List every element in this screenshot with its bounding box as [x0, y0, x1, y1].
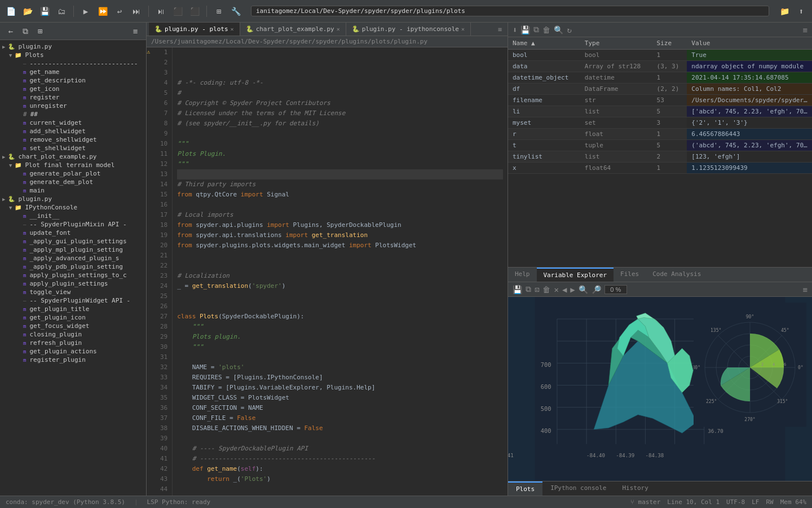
sidebar-item-29[interactable]: mtoggle_view — [0, 288, 146, 296]
sidebar-item-18[interactable]: ▶🐍plugin.py — [0, 195, 146, 203]
table-row[interactable]: df DataFrame (2, 2) Column names: Col1, … — [508, 84, 812, 95]
open-file-icon[interactable]: 📂 — [21, 5, 34, 17]
sidebar-item-19[interactable]: ▼📁IPythonConsole — [0, 203, 146, 212]
plot-tab-plots[interactable]: Plots — [508, 481, 542, 496]
tab-chart-plot[interactable]: 🐍 chart_plot_example.py ✕ — [240, 23, 346, 36]
tab-plugin-ipython[interactable]: 🐍 plugin.py - ipythonconsole ✕ — [346, 23, 471, 36]
sidebar-item-4[interactable]: mget_description — [0, 76, 146, 85]
sidebar-item-1[interactable]: ▼📁Plots — [0, 51, 146, 59]
var-search-icon[interactable]: 🔍 — [554, 25, 563, 34]
sidebar-item-7[interactable]: munregister — [0, 102, 146, 110]
var-delete-icon[interactable]: 🗑 — [542, 25, 550, 34]
run-line-icon[interactable]: ⏭ — [130, 5, 143, 17]
plot-tab-history[interactable]: History — [614, 481, 656, 496]
path-bar[interactable]: ianitagomez/Local/Dev-Spyder/spyder/spyd… — [251, 6, 769, 16]
var-menu-icon[interactable]: ≡ — [803, 25, 807, 34]
tab-variable-explorer[interactable]: Variable Explorer — [537, 268, 614, 282]
sidebar-item-32[interactable]: mget_plugin_icon — [0, 313, 146, 322]
sidebar-item-20[interactable]: m__init__ — [0, 212, 146, 220]
tab-code-analysis[interactable]: Code Analysis — [646, 268, 708, 282]
sidebar-item-27[interactable]: mapply_plugin_settings_to_c — [0, 271, 146, 279]
step-over-icon[interactable]: ⏯ — [155, 5, 167, 17]
sidebar-item-21[interactable]: —-- SpyderPluginMixin API - — [0, 220, 146, 229]
table-row[interactable]: r float 1 6.46567886443 — [508, 129, 812, 140]
tab-close-1[interactable]: ✕ — [337, 26, 340, 32]
code-editor[interactable]: # -*- coding: utf-8 -*-## Copyright © Sp… — [173, 47, 508, 496]
plot-next-icon[interactable]: ▶ — [570, 285, 575, 294]
plot-close-icon[interactable]: ✕ — [554, 285, 558, 294]
plot-zoom-in-icon[interactable]: 🔍 — [579, 285, 588, 294]
table-row[interactable]: t tuple 5 ('abcd', 745, 2.23, 'efgh', 70… — [508, 140, 812, 151]
sidebar-item-3[interactable]: mget_name — [0, 68, 146, 76]
tab-menu-button[interactable]: ≡ — [495, 25, 505, 33]
plot-prev-icon[interactable]: ◀ — [562, 285, 567, 294]
plot-copy2-icon[interactable]: ⊡ — [535, 285, 539, 294]
plot-delete-icon[interactable]: 🗑 — [542, 285, 550, 294]
table-row[interactable]: li list 5 ['abcd', 745, 2.23, 'efgh', 70… — [508, 106, 812, 117]
plot-save-icon[interactable]: 💾 — [513, 285, 522, 294]
sidebar-menu-icon[interactable]: ≡ — [129, 25, 142, 37]
sidebar-item-14[interactable]: ▼📁Plot final terrain model — [0, 161, 146, 169]
sidebar-item-8[interactable]: ### — [0, 110, 146, 119]
sidebar-item-13[interactable]: ▶🐍chart_plot_example.py — [0, 152, 146, 161]
var-import-icon[interactable]: ⬇ — [513, 25, 517, 34]
table-row[interactable]: bool bool 1 True — [508, 50, 812, 61]
col-value-header[interactable]: Value — [687, 37, 812, 50]
col-size-header[interactable]: Size — [652, 37, 687, 50]
plot-menu-icon[interactable]: ≡ — [803, 285, 807, 294]
sidebar-item-16[interactable]: mgenerate_dem_plot — [0, 178, 146, 186]
sidebar-item-34[interactable]: mclosing_plugin — [0, 330, 146, 339]
sidebar-item-0[interactable]: ▶🐍plugin.py — [0, 42, 146, 51]
sidebar-item-25[interactable]: m_apply_advanced_plugin_s — [0, 254, 146, 262]
tab-close-0[interactable]: ✕ — [231, 26, 234, 32]
plot-tab-ipython[interactable]: IPython console — [542, 481, 614, 496]
sidebar-item-24[interactable]: m_apply_mpl_plugin_setting — [0, 246, 146, 254]
sidebar-item-28[interactable]: mapply_plugin_settings — [0, 279, 146, 288]
sidebar-item-35[interactable]: mrefresh_plugin — [0, 339, 146, 347]
table-row[interactable]: tinylist list 2 [123, 'efgh'] — [508, 151, 812, 163]
folder-icon[interactable]: 📁 — [778, 5, 791, 17]
sidebar-item-11[interactable]: mremove_shellwidget — [0, 135, 146, 144]
col-name-header[interactable]: Name ▲ — [508, 37, 580, 50]
tab-help[interactable]: Help — [508, 268, 537, 282]
sidebar-item-12[interactable]: mset_shellwidget — [0, 144, 146, 152]
debug-icon[interactable]: ⬛ — [171, 5, 184, 17]
plot-zoom-input[interactable] — [604, 285, 627, 294]
table-row[interactable]: filename str 53 /Users/Documents/spyder/… — [508, 95, 812, 106]
sidebar-item-36[interactable]: mget_plugin_actions — [0, 347, 146, 356]
plot-copy-icon[interactable]: ⧉ — [526, 284, 531, 294]
col-type-header[interactable]: Type — [580, 37, 652, 50]
run-cell-icon[interactable]: ⏩ — [96, 5, 109, 17]
sidebar-item-26[interactable]: m_apply_pdb_plugin_setting — [0, 262, 146, 271]
tab-close-2[interactable]: ✕ — [461, 26, 465, 32]
sidebar-item-10[interactable]: madd_shellwidget — [0, 127, 146, 135]
layout-icon[interactable]: ⊞ — [213, 5, 225, 17]
sidebar-item-5[interactable]: mget_icon — [0, 85, 146, 93]
sidebar-back-icon[interactable]: ← — [5, 25, 17, 37]
sidebar-item-31[interactable]: mget_plugin_title — [0, 305, 146, 313]
upload-icon[interactable]: ⬆ — [795, 5, 807, 17]
settings-icon[interactable]: 🔧 — [230, 5, 242, 17]
table-row[interactable]: data Array of str128 (3, 3) ndarray obje… — [508, 61, 812, 72]
save-all-icon[interactable]: 🗂 — [55, 5, 68, 17]
table-row[interactable]: datetime_object datetime 1 2021-04-14 17… — [508, 72, 812, 84]
return-icon[interactable]: ↩ — [113, 5, 126, 17]
table-row[interactable]: myset set 3 {'2', '1', '3'} — [508, 117, 812, 129]
save-file-icon[interactable]: 💾 — [38, 5, 51, 17]
var-save-icon[interactable]: 💾 — [520, 25, 530, 34]
sidebar-item-9[interactable]: mcurrent_widget — [0, 119, 146, 127]
stop-icon[interactable]: ⬛ — [188, 5, 201, 17]
sidebar-item-6[interactable]: mregister — [0, 93, 146, 102]
var-copy-icon[interactable]: ⧉ — [533, 25, 539, 34]
new-file-icon[interactable]: 📄 — [5, 5, 17, 17]
tab-plugin-plots[interactable]: 🐍 plugin.py - plots ✕ — [149, 23, 240, 36]
sidebar-item-23[interactable]: m_apply_gui_plugin_settings — [0, 237, 146, 246]
sidebar-item-30[interactable]: —-- SpyderPluginWidget API - — [0, 296, 146, 305]
sidebar-item-15[interactable]: mgenerate_polar_plot — [0, 169, 146, 178]
sidebar-item-22[interactable]: mupdate_font — [0, 229, 146, 237]
sidebar-link-icon[interactable]: ⊞ — [34, 25, 46, 37]
var-refresh-icon[interactable]: ↻ — [567, 25, 571, 34]
table-row[interactable]: x float64 1 1.1235123099439 — [508, 163, 812, 174]
run-icon[interactable]: ▶ — [80, 5, 92, 17]
sidebar-item-33[interactable]: mget_focus_widget — [0, 322, 146, 330]
